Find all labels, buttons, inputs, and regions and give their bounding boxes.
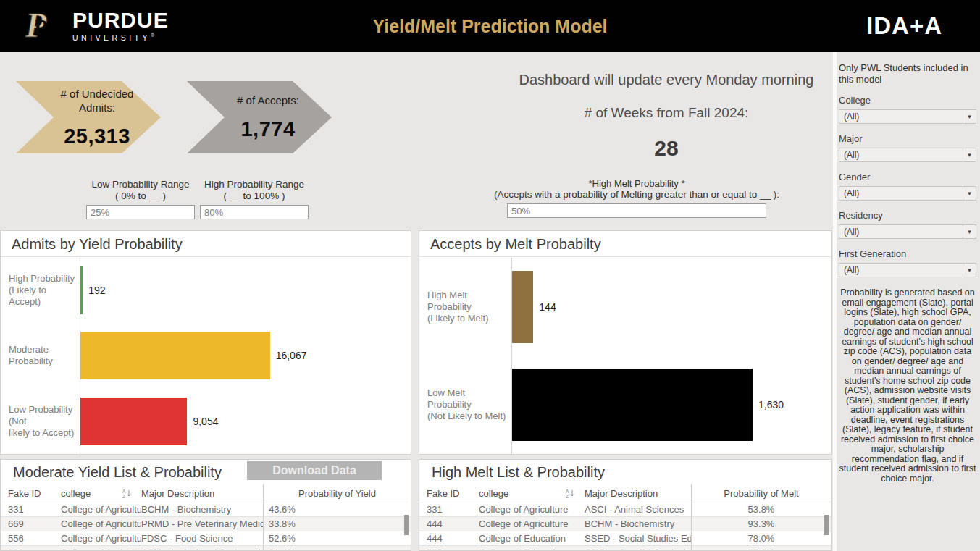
filter-dropdown-major[interactable]: (All)▼ [839, 148, 976, 162]
pwl-note: Only PWL Students included in this model [839, 62, 976, 85]
kpi-value: 1,774 [240, 117, 295, 141]
chevron-down-icon[interactable]: ▼ [963, 187, 976, 200]
table-body: 331College of AgricultureBCHM - Biochemi… [1, 502, 411, 551]
table-row[interactable]: 888College of AgricultureASM - Agricultu… [1, 545, 411, 551]
table-cell: PRMD - Pre Veterinary Medicine [141, 517, 263, 531]
download-data-button[interactable]: Download Data [247, 461, 382, 480]
table-cell: 93.3% [691, 517, 831, 531]
column-header-label: Major Description [141, 488, 214, 499]
chart-title: Accepts by Melt Probabilty [419, 231, 831, 257]
chart-title: Admits by Yield Probability [1, 231, 411, 257]
category-label-line: Low Melt Probability [427, 387, 511, 411]
weeks-from-fall-value: 28 [464, 136, 869, 161]
table-cell: 43.6% [263, 502, 411, 516]
column-header-3[interactable]: Probability of Yield [263, 484, 411, 502]
high-probability-input[interactable] [200, 205, 309, 219]
chevron-down-icon[interactable]: ▼ [963, 110, 976, 123]
table-header: Fake IDcollegeAZMajor DescriptionProbabi… [419, 484, 831, 502]
table-cell: 57.0% [691, 546, 831, 551]
bar-high-melt-probability[interactable] [512, 271, 533, 343]
bar-value-label: 16,067 [276, 350, 307, 361]
category-label: Low Melt Probability(Not Likely to Melt) [419, 356, 512, 455]
table-cell: SSED - Social Studies Education [585, 531, 691, 545]
filter-dropdown-gender[interactable]: (All)▼ [839, 186, 976, 201]
table-scrollbar-thumb[interactable] [404, 515, 409, 535]
kpi-label: # of Undecided Admits: [46, 87, 148, 115]
chevron-down-icon[interactable]: ▼ [963, 148, 976, 161]
bar-low-probability[interactable] [80, 398, 187, 445]
table-row[interactable]: 669College of AgriculturePRMD - Pre Vete… [1, 516, 411, 531]
update-note: Dashboard will update every Monday morni… [464, 72, 869, 88]
table-cell: College of Agriculture [61, 546, 141, 551]
column-header-2[interactable]: Major Description [585, 484, 691, 502]
column-header-0[interactable]: Fake ID [8, 484, 61, 502]
table-cell: 669 [8, 517, 61, 531]
filter-dropdown-first-generation[interactable]: (All)▼ [839, 263, 976, 277]
category-label: High Melt Probability(Likely to Melt) [419, 258, 512, 356]
table-cell: ASCI - Animal Sciences [585, 502, 691, 516]
bar-high-probability[interactable] [80, 266, 83, 314]
table-row[interactable]: 331College of AgricultureBCHM - Biochemi… [1, 502, 411, 516]
svg-text:A: A [566, 489, 569, 494]
high-probability-range-group: High Probability Range ( __ to 100% ) [200, 179, 309, 219]
undecided-admits-kpi-arrow: # of Undecided Admits: 25,313 [16, 81, 161, 153]
low-probability-input[interactable] [86, 205, 195, 219]
table-row[interactable]: 444College of EducationSSED - Social Stu… [419, 531, 831, 545]
table-cell: 53.8% [691, 502, 831, 516]
column-header-label: Probability of Yield [298, 488, 376, 499]
filter-dropdown-residency[interactable]: (All)▼ [839, 224, 976, 239]
table-cell: 444 [427, 531, 479, 545]
melt-probability-input[interactable] [507, 203, 766, 218]
table-cell: FDSC - Food Science [141, 531, 263, 545]
bar-value-label: 1,630 [758, 399, 784, 411]
az-sort-icon[interactable]: AZ [566, 489, 574, 498]
chevron-down-icon[interactable]: ▼ [963, 225, 976, 238]
column-header-0[interactable]: Fake ID [427, 484, 479, 502]
filter-selected-value: (All) [839, 188, 963, 198]
column-header-1[interactable]: collegeAZ [61, 484, 141, 502]
filter-label-major: Major [839, 133, 976, 144]
high-range-label-line2: ( __ to 100% ) [200, 190, 309, 202]
category-label-line: High Melt Probability [427, 290, 511, 313]
filter-label-college: College [839, 95, 976, 106]
table-cell: College of Agriculture [61, 517, 141, 531]
high-range-label-line1: High Probability Range [200, 179, 309, 190]
category-label-line: likely to Accept) [9, 427, 80, 439]
column-header-2[interactable]: Major Description [141, 484, 263, 502]
accepts-by-melt-chart-panel: Accepts by Melt Probabilty High Melt Pro… [419, 230, 832, 455]
table-row[interactable]: 331College of AgricultureASCI - Animal S… [419, 502, 831, 516]
filter-dropdown-college[interactable]: (All)▼ [839, 109, 976, 124]
chart-plot-area: High Probability(Likely to Accept)192Mod… [1, 258, 411, 454]
az-sort-icon[interactable]: AZ [122, 489, 131, 498]
bar-moderate-probability[interactable] [80, 332, 270, 379]
column-header-label: Fake ID [427, 488, 460, 499]
high-melt-table-panel: High Melt List & Probability Fake IDcoll… [419, 459, 832, 551]
filter-list: College(All)▼Major(All)▼Gender(All)▼Resi… [839, 95, 976, 277]
filter-label-residency: Residency [839, 210, 976, 221]
table-row[interactable]: 775College of EducationGECL - Gen-Ed Cur… [419, 545, 831, 551]
table-header: Fake IDcollegeAZMajor DescriptionProbabi… [1, 484, 411, 502]
table-scrollbar-thumb[interactable] [824, 515, 829, 535]
table-row[interactable]: 556College of AgricultureFDSC - Food Sci… [1, 531, 411, 545]
bar-value-label: 9,054 [193, 416, 218, 427]
table-cell: 444 [427, 517, 479, 531]
accepts-kpi-arrow: # of Accepts: 1,774 [187, 81, 332, 153]
column-header-label: Fake ID [8, 488, 41, 499]
low-probability-range-group: Low Probability Range ( 0% to __ ) [86, 179, 195, 219]
bar-low-melt-probability[interactable] [512, 369, 753, 441]
table-cell: BCHM - Biochemistry [585, 517, 691, 531]
chart-row: ModerateProbability16,067 [1, 323, 411, 388]
table-body: 331College of AgricultureASCI - Animal S… [419, 502, 831, 551]
kpi-value: 25,313 [64, 125, 130, 148]
filter-selected-value: (All) [839, 150, 963, 160]
table-cell: 78.0% [691, 531, 831, 545]
column-header-1[interactable]: collegeAZ [479, 484, 585, 502]
svg-text:Z: Z [566, 494, 569, 498]
table-cell: College of Education [479, 531, 585, 545]
column-header-3[interactable]: Probability of Melt [691, 484, 831, 502]
low-range-label-line2: ( 0% to __ ) [86, 190, 195, 202]
chevron-down-icon[interactable]: ▼ [963, 264, 976, 277]
table-row[interactable]: 444College of AgricultureBCHM - Biochemi… [419, 516, 831, 531]
column-header-label: Probability of Melt [724, 488, 798, 499]
table-cell: 52.6% [263, 531, 411, 545]
